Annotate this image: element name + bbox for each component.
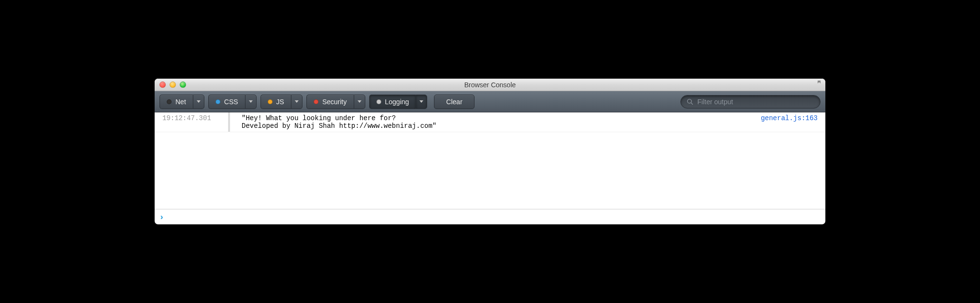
window-title: Browser Console xyxy=(155,81,825,89)
dot-icon xyxy=(216,99,220,104)
clear-button[interactable]: Clear xyxy=(434,95,474,109)
filter-js-button[interactable]: JS xyxy=(260,95,291,109)
chevron-down-icon xyxy=(295,100,299,103)
maximize-window-button[interactable] xyxy=(180,82,186,88)
minimize-window-button[interactable] xyxy=(170,82,176,88)
filter-js-group: JS xyxy=(260,95,303,109)
filter-label: Net xyxy=(175,98,186,106)
filter-label: Logging xyxy=(385,98,409,106)
filter-label: Security xyxy=(322,98,347,106)
filter-net-dropdown[interactable] xyxy=(193,95,204,109)
log-row: 19:12:47.301 "Hey! What you looking unde… xyxy=(155,112,825,132)
traffic-lights xyxy=(159,82,186,88)
filter-logging-button[interactable]: Logging xyxy=(369,95,416,109)
chevron-down-icon xyxy=(197,100,201,103)
filter-css-dropdown[interactable] xyxy=(245,95,257,109)
filter-security-group: Security xyxy=(306,95,365,109)
chevron-down-icon xyxy=(358,100,361,103)
log-message: "Hey! What you looking under here for? D… xyxy=(242,114,761,130)
filter-logging-group: Logging xyxy=(369,95,428,109)
filter-net-group: Net xyxy=(159,95,204,109)
filter-security-dropdown[interactable] xyxy=(354,95,365,109)
search-icon xyxy=(687,98,693,105)
expand-icon[interactable] xyxy=(814,81,821,89)
dot-icon xyxy=(167,99,172,104)
console-input[interactable] xyxy=(165,213,820,221)
filter-net-button[interactable]: Net xyxy=(159,95,193,109)
log-timestamp: 19:12:47.301 xyxy=(162,114,228,122)
chevron-down-icon xyxy=(249,100,253,103)
filter-security-button[interactable]: Security xyxy=(306,95,354,109)
dot-icon xyxy=(268,99,273,104)
filter-label: CSS xyxy=(224,98,238,106)
filter-output-input[interactable] xyxy=(697,98,814,106)
browser-console-window: Browser Console Net CSS xyxy=(155,79,825,224)
titlebar: Browser Console xyxy=(155,79,825,91)
close-window-button[interactable] xyxy=(159,82,166,88)
filter-css-group: CSS xyxy=(208,95,257,109)
toolbar: Net CSS JS xyxy=(155,91,825,112)
filter-output-field[interactable] xyxy=(680,95,821,109)
filter-css-button[interactable]: CSS xyxy=(208,95,245,109)
log-divider xyxy=(228,112,230,132)
dot-icon xyxy=(376,99,381,104)
log-source-link[interactable]: general.js:163 xyxy=(761,114,818,122)
chevron-down-icon xyxy=(419,100,423,103)
console-input-row: ›› xyxy=(155,209,825,224)
filter-logging-dropdown[interactable] xyxy=(416,95,427,109)
filter-label: JS xyxy=(276,98,284,106)
console-output: 19:12:47.301 "Hey! What you looking unde… xyxy=(155,112,825,209)
filter-js-dropdown[interactable] xyxy=(291,95,303,109)
dot-icon xyxy=(314,99,318,104)
